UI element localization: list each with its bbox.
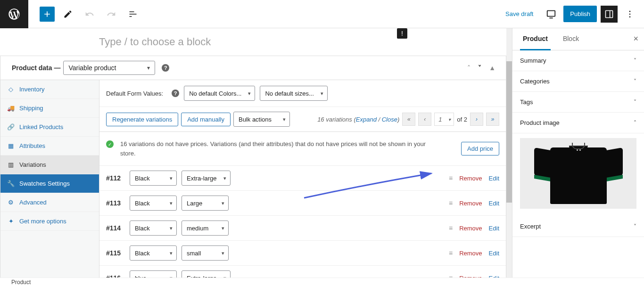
variation-row[interactable]: #112BlackExtra-large≡RemoveEdit (99, 166, 506, 191)
edit-icon[interactable] (59, 6, 76, 23)
tab-swatches-settings[interactable]: 🔧Swatches Settings (0, 174, 99, 193)
edit-variation-link[interactable]: Edit (489, 200, 499, 207)
variation-color-select[interactable]: Black (130, 245, 177, 261)
block-type-hint[interactable]: Type / to choose a block ! (0, 28, 506, 56)
edit-variation-link[interactable]: Edit (489, 250, 499, 257)
tab-variations-label: Variations (19, 161, 46, 168)
variation-actions: ≡RemoveEdit (449, 224, 499, 232)
section-tags[interactable]: Tags ˅ (512, 92, 644, 113)
pager-prev[interactable]: ‹ (418, 113, 431, 126)
drag-handle-icon[interactable]: ≡ (449, 174, 453, 182)
chevron-down-icon: ˅ (634, 223, 636, 230)
svg-point-3 (629, 13, 631, 15)
close-link[interactable]: Close (382, 116, 397, 123)
shirt-thumbnail (531, 143, 626, 204)
default-form-values-row: Default Form Values: ? No default Colors… (99, 80, 506, 107)
pager-last[interactable]: » (486, 113, 499, 126)
tab-product[interactable]: Product (520, 28, 551, 50)
pager-page-select[interactable]: 1 (434, 113, 454, 126)
product-image-preview[interactable] (512, 133, 644, 216)
pager-first[interactable]: « (402, 113, 415, 126)
section-categories[interactable]: Categories ˅ (512, 71, 644, 92)
drag-handle-icon[interactable]: ≡ (449, 224, 453, 232)
settings-panel-toggle[interactable] (601, 6, 618, 23)
section-tags-label: Tags (520, 98, 533, 106)
edit-variation-link[interactable]: Edit (489, 175, 499, 182)
variation-color-value: Black (135, 200, 150, 207)
bulk-actions-select[interactable]: Bulk actions (233, 112, 290, 127)
add-block-button[interactable] (40, 7, 55, 22)
variation-size-select[interactable]: small (182, 245, 229, 261)
variation-size-select[interactable]: Large (182, 196, 229, 211)
variation-color-select[interactable]: Black (130, 221, 177, 236)
variation-color-select[interactable]: Black (130, 196, 177, 211)
more-options-icon[interactable] (621, 6, 638, 23)
breadcrumb-item[interactable]: Product (11, 279, 31, 286)
svg-point-2 (629, 10, 631, 12)
section-product-image[interactable]: Product image ˄ (512, 113, 644, 133)
variation-size-value: medium (187, 225, 208, 232)
editor-scroll[interactable]: Type / to choose a block ! Product data … (0, 28, 506, 286)
close-settings-icon[interactable]: × (633, 34, 638, 44)
expand-link[interactable]: Expand (356, 116, 377, 123)
tab-get-more[interactable]: ✦Get more options (0, 212, 99, 231)
pager-next[interactable]: › (470, 113, 483, 126)
variation-size-select[interactable]: medium (182, 221, 229, 236)
main-area: Type / to choose a block ! Product data … (0, 28, 644, 286)
tab-advanced-label: Advanced (19, 199, 47, 206)
editor-scrollbar[interactable] (506, 28, 512, 286)
variation-row[interactable]: #114Blackmedium≡RemoveEdit (99, 216, 506, 241)
edit-variation-link[interactable]: Edit (489, 225, 499, 232)
scrollbar-thumb[interactable] (506, 61, 512, 203)
preview-icon[interactable] (543, 6, 560, 23)
save-draft-button[interactable]: Save draft (500, 7, 539, 21)
block-hint-text: Type / to choose a block (99, 36, 211, 48)
wp-logo[interactable] (0, 0, 28, 28)
default-sizes-select[interactable]: No default sizes... (260, 86, 327, 101)
more-icon: ✦ (7, 218, 15, 225)
remove-variation-link[interactable]: Remove (459, 200, 482, 207)
product-type-select[interactable]: Variable product (63, 61, 155, 75)
tab-variations[interactable]: ▥Variations (0, 155, 99, 174)
drag-handle-icon[interactable]: ≡ (449, 249, 453, 257)
help-icon[interactable]: ? (162, 64, 169, 72)
tab-swatches-label: Swatches Settings (19, 180, 70, 187)
variation-size-select[interactable]: Extra-large (182, 171, 231, 186)
tab-linked-products[interactable]: 🔗Linked Products (0, 118, 99, 137)
tab-block[interactable]: Block (560, 28, 582, 50)
section-excerpt[interactable]: Excerpt ˅ (512, 216, 644, 237)
move-up-icon[interactable]: ˄ (467, 64, 471, 72)
tab-inventory[interactable]: ◇Inventory (0, 80, 99, 99)
pager-page-value: 1 (438, 116, 442, 123)
default-form-label: Default Form Values: (106, 90, 163, 97)
tab-attributes[interactable]: ▦Attributes (0, 137, 99, 155)
top-toolbar: Save draft Publish (0, 0, 644, 28)
svg-rect-0 (547, 10, 555, 16)
tab-get-more-label: Get more options (19, 218, 66, 225)
variation-id: #114 (106, 224, 125, 232)
product-data-tabs: ◇Inventory 🚚Shipping 🔗Linked Products ▦A… (0, 80, 99, 286)
remove-variation-link[interactable]: Remove (459, 225, 482, 232)
tab-shipping[interactable]: 🚚Shipping (0, 99, 99, 118)
price-notice: ✓ 16 variations do not have prices. Vari… (99, 132, 506, 166)
default-colors-select[interactable]: No default Colors... (184, 86, 255, 101)
remove-variation-link[interactable]: Remove (459, 175, 482, 182)
list-view-icon[interactable] (124, 6, 141, 23)
remove-variation-link[interactable]: Remove (459, 250, 482, 257)
add-manually-button[interactable]: Add manually (181, 113, 231, 126)
section-summary[interactable]: Summary ˅ (512, 50, 644, 71)
add-price-button[interactable]: Add price (461, 142, 499, 155)
help-icon[interactable]: ? (172, 90, 179, 97)
publish-button[interactable]: Publish (563, 6, 597, 22)
tab-linked-label: Linked Products (19, 123, 63, 131)
variation-color-select[interactable]: Black (130, 171, 177, 186)
regenerate-variations-button[interactable]: Regenerate variations (106, 113, 178, 126)
drag-handle-icon[interactable]: ≡ (449, 199, 453, 207)
default-sizes-value: No default sizes... (265, 90, 314, 97)
variations-pager: 16 variations (Expand / Close) « ‹ 1 of … (317, 113, 499, 126)
variation-row[interactable]: #115Blacksmall≡RemoveEdit (99, 241, 506, 266)
toggle-icon[interactable]: ▲ (489, 64, 495, 72)
variation-row[interactable]: #113BlackLarge≡RemoveEdit (99, 191, 506, 216)
tab-advanced[interactable]: ⚙Advanced (0, 193, 99, 212)
move-down-icon[interactable]: ˅ (478, 64, 481, 72)
